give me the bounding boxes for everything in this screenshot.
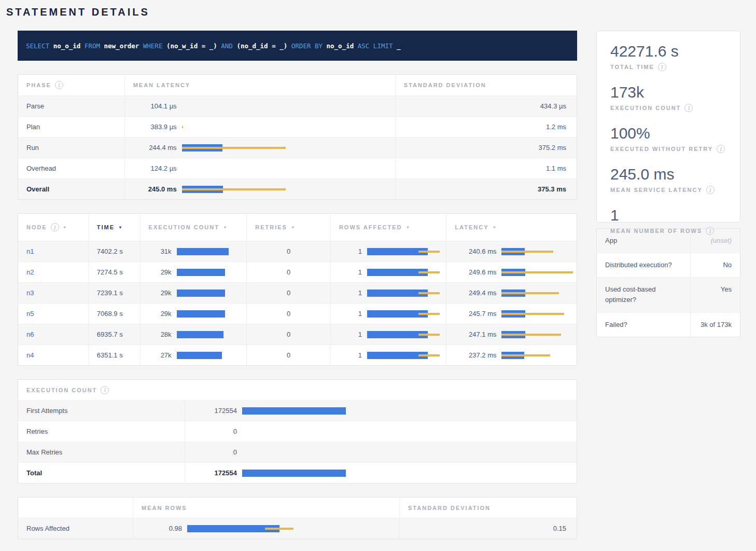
stddev-value: 1.1 ms [396, 158, 577, 178]
info-icon[interactable]: i [658, 63, 666, 71]
info-row-value: Yes [690, 278, 740, 312]
info-icon[interactable]: i [706, 186, 715, 194]
info-row-value: 3k of 173k [690, 313, 740, 337]
side-column: 42271.6 s TOTAL TIMEi 173k EXECUTION COU… [596, 31, 740, 337]
info-icon[interactable]: i [101, 386, 109, 394]
mean-rows-bar [187, 525, 293, 532]
info-row-label: Distributed execution? [597, 253, 690, 277]
retries-value: 0 [247, 283, 331, 303]
latency-cell: 249.4 ms [446, 283, 577, 303]
info-row-label: App [597, 229, 690, 253]
execution-row-label: Total [18, 463, 185, 483]
node-link[interactable]: n2 [26, 268, 34, 276]
latency-column-header[interactable]: LATENCY▼ [446, 214, 577, 241]
mean-latency-bar [182, 144, 286, 151]
execution-count-column-header[interactable]: EXECUTION COUNT▼ [141, 214, 247, 241]
stat-value: 173k [610, 84, 726, 101]
execution-count-value: 29k [149, 310, 172, 318]
statement-attributes-panel: App (unset) Distributed execution? No Us… [596, 228, 740, 337]
rows-affected-value: 1 [339, 247, 362, 255]
mean-latency-value: 124.2 µs [133, 164, 177, 172]
latency-bar [501, 352, 574, 359]
sort-arrow-icon: ▼ [291, 225, 295, 230]
node-row: n6 6935.7 s 28k 0 1 247.1 ms [18, 324, 577, 345]
info-icon[interactable]: i [55, 81, 63, 89]
content: SELECT no_o_id FROM new_order WHERE (no_… [18, 31, 756, 539]
execution-row: Max Retries 0 [18, 442, 577, 462]
rows-affected-bar [367, 269, 440, 276]
stddev-value: 434.3 µs [396, 96, 577, 116]
time-value: 6935.7 s [89, 324, 141, 345]
info-row-label: Failed? [597, 313, 690, 337]
sql-token: ASC LIMIT [354, 42, 397, 50]
retries-value: 0 [247, 304, 331, 324]
phase-row: Plan 383.9 µs 1.2 ms [18, 116, 577, 137]
node-link[interactable]: n6 [26, 330, 34, 338]
rows-affected-column-header[interactable]: ROWS AFFECTED▼ [331, 214, 447, 241]
info-icon[interactable]: i [717, 145, 725, 153]
execution-count-bar [177, 269, 229, 276]
info-icon[interactable]: i [684, 104, 693, 112]
node-link[interactable]: n1 [26, 247, 34, 255]
rows-affected-bar [367, 331, 440, 338]
latency-value: 249.4 ms [455, 289, 496, 297]
execution-count-value: 28k [149, 330, 172, 338]
execution-count-title: EXECUTION COUNTi [18, 380, 109, 400]
node-row: n2 7274.5 s 29k 0 1 249.6 ms [18, 261, 577, 282]
mean-latency-cell: 104.1 µs [125, 96, 396, 116]
sql-token: WHERE [139, 42, 166, 50]
retries-value: 0 [247, 241, 331, 261]
latency-value: 237.2 ms [455, 351, 496, 359]
stat-value: 100% [610, 125, 726, 142]
node-link[interactable]: n5 [26, 310, 34, 318]
rows-affected-value: 1 [339, 330, 362, 338]
time-value: 7068.9 s [89, 304, 141, 324]
sort-arrow-icon: ▼ [493, 225, 497, 230]
execution-row-label: Max Retries [18, 442, 185, 462]
stat-label: EXECUTION COUNTi [610, 104, 726, 112]
rows-stddev-value: 0.15 [400, 518, 577, 539]
execution-row: Retries 0 [18, 421, 577, 442]
sql-token: no_o_id [53, 42, 81, 50]
latency-value: 249.6 ms [455, 268, 496, 276]
time-value: 7402.2 s [89, 241, 141, 261]
execution-count-table-header: EXECUTION COUNTi [18, 380, 577, 400]
node-table-header: NODEi▼ TIME▼ EXECUTION COUNT▼ RETRIES▼ R… [18, 214, 577, 241]
sql-token: new_order [104, 42, 139, 50]
execution-row-label: Retries [18, 421, 185, 442]
execution-count-value: 27k [149, 351, 172, 359]
phase-label: Plan [18, 117, 125, 137]
mean-latency-value: 104.1 µs [133, 102, 177, 110]
page-title: STATEMENT DETAILS [0, 0, 756, 18]
execution-count-cell: 29k [141, 283, 247, 303]
mean-rows-column-header: MEAN ROWS [133, 498, 400, 518]
execution-row-bar [242, 449, 346, 456]
latency-value: 240.6 ms [455, 247, 496, 255]
execution-count-cell: 29k [141, 304, 247, 324]
retries-value: 0 [247, 262, 331, 282]
latency-value: 247.1 ms [455, 330, 496, 338]
phase-table-header: PHASEi MEAN LATENCY STANDARD DEVIATION [18, 75, 577, 95]
latency-bar [501, 290, 574, 297]
execution-count-cell: 27k [141, 345, 247, 365]
retries-value: 0 [247, 345, 331, 365]
stat-value: 1 [610, 206, 726, 224]
info-icon[interactable]: i [51, 223, 59, 231]
execution-count-bar [177, 331, 229, 338]
execution-row-cell: 172554 [185, 401, 577, 421]
execution-count-cell: 31k [141, 241, 247, 261]
info-row-value: No [690, 253, 740, 277]
sql-token: AND [217, 42, 237, 50]
node-link[interactable]: n4 [26, 351, 34, 359]
node-row: n1 7402.2 s 31k 0 1 240.6 ms [18, 241, 577, 261]
rows-affected-cell: 1 [331, 262, 447, 282]
node-link[interactable]: n3 [26, 289, 34, 297]
latency-cell: 240.6 ms [446, 241, 577, 261]
summary-stats-panel: 42271.6 s TOTAL TIMEi 173k EXECUTION COU… [596, 31, 740, 223]
execution-count-value: 29k [149, 289, 172, 297]
node-column-header[interactable]: NODEi▼ [18, 214, 89, 241]
execution-row: First Attempts 172554 [18, 400, 577, 421]
mean-latency-cell: 124.2 µs [125, 158, 396, 178]
retries-column-header[interactable]: RETRIES▼ [247, 214, 331, 241]
time-column-header[interactable]: TIME▼ [89, 214, 141, 241]
